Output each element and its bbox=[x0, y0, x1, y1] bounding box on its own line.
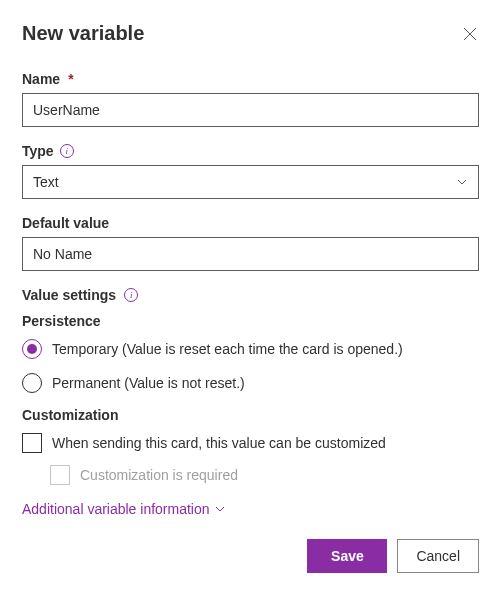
dialog-title: New variable bbox=[22, 22, 144, 45]
close-button[interactable] bbox=[461, 25, 479, 43]
value-settings-label: Value settings i bbox=[22, 287, 479, 303]
type-label: Type i bbox=[22, 143, 479, 159]
type-select-value: Text bbox=[33, 174, 59, 190]
chevron-down-icon bbox=[214, 503, 226, 515]
radio-permanent-label: Permanent (Value is not reset.) bbox=[52, 375, 245, 391]
checkbox-required: Customization is required bbox=[50, 465, 479, 485]
additional-info-label: Additional variable information bbox=[22, 501, 210, 517]
additional-info-toggle[interactable]: Additional variable information bbox=[22, 501, 479, 517]
customization-label: Customization bbox=[22, 407, 479, 423]
radio-temporary[interactable]: Temporary (Value is reset each time the … bbox=[22, 339, 479, 359]
name-label: Name* bbox=[22, 71, 479, 87]
radio-temporary-label: Temporary (Value is reset each time the … bbox=[52, 341, 403, 357]
close-icon bbox=[463, 27, 477, 41]
checkbox-icon bbox=[50, 465, 70, 485]
name-input[interactable] bbox=[22, 93, 479, 127]
radio-permanent[interactable]: Permanent (Value is not reset.) bbox=[22, 373, 479, 393]
checkbox-icon bbox=[22, 433, 42, 453]
default-value-label: Default value bbox=[22, 215, 479, 231]
save-button[interactable]: Save bbox=[307, 539, 387, 573]
info-icon[interactable]: i bbox=[60, 144, 74, 158]
required-indicator: * bbox=[68, 71, 73, 87]
checkbox-sendable[interactable]: When sending this card, this value can b… bbox=[22, 433, 479, 453]
type-select[interactable]: Text bbox=[22, 165, 479, 199]
chevron-down-icon bbox=[456, 176, 468, 188]
persistence-label: Persistence bbox=[22, 313, 479, 329]
default-value-input[interactable] bbox=[22, 237, 479, 271]
cancel-button[interactable]: Cancel bbox=[397, 539, 479, 573]
checkbox-required-label: Customization is required bbox=[80, 467, 238, 483]
checkbox-sendable-label: When sending this card, this value can b… bbox=[52, 435, 386, 451]
radio-button-icon bbox=[22, 339, 42, 359]
info-icon[interactable]: i bbox=[124, 288, 138, 302]
radio-button-icon bbox=[22, 373, 42, 393]
